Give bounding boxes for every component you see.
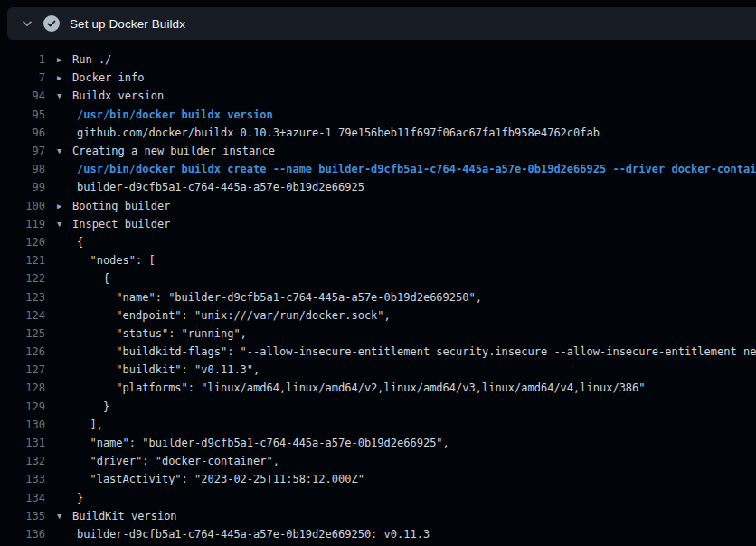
log-group-line[interactable]: 7▶Docker info [0,69,756,87]
line-number-link[interactable]: 1 [0,53,45,66]
group-collapsed-icon[interactable]: ▶ [57,73,72,82]
group-title: Run ./ [72,53,111,66]
line-number-link[interactable]: 119 [0,218,45,231]
group-title: Booting builder [72,200,170,212]
log-line: 126 "buildkitd-flags": "--allow-insecure… [0,343,756,361]
group-title: Inspect builder [72,218,170,231]
line-number-link[interactable]: 127 [0,363,45,376]
group-expanded-icon[interactable]: ▼ [57,220,72,229]
step-header[interactable]: Set up Docker Buildx [7,7,756,40]
log-line: 96github.com/docker/buildx 0.10.3+azure-… [0,124,756,142]
line-number-link[interactable]: 100 [0,200,45,212]
group-title: Buildx version [72,89,164,102]
log-line: 99builder-d9cfb5a1-c764-445a-a57e-0b19d2… [0,178,756,196]
line-number-link[interactable]: 136 [0,528,45,541]
log-line: 131 "name": "builder-d9cfb5a1-c764-445a-… [0,434,756,452]
log-line: 129 } [0,398,756,416]
output-text: "driver": "docker-container", [72,455,279,467]
group-collapsed-icon[interactable]: ▶ [57,202,72,211]
group-collapsed-icon[interactable]: ▶ [57,55,72,64]
line-number-link[interactable]: 122 [0,272,45,285]
log-group-line[interactable]: 135▼BuildKit version [0,507,756,525]
log-group-line[interactable]: 100▶Booting builder [0,197,756,215]
output-text: { [72,236,83,249]
group-expanded-icon[interactable]: ▼ [57,146,72,155]
line-number-link[interactable]: 133 [0,473,45,485]
log-line: 98/usr/bin/docker buildx create --name b… [0,160,756,178]
group-title: Docker info [72,71,144,84]
line-number-link[interactable]: 7 [0,71,45,84]
log-line: 136builder-d9cfb5a1-c764-445a-a57e-0b19d… [0,525,756,543]
log-line: 120{ [0,233,756,251]
output-text: "lastActivity": "2023-02-25T11:58:12.000… [72,473,364,485]
output-text: "buildkitd-flags": "--allow-insecure-ent… [72,345,756,358]
line-number-link[interactable]: 123 [0,291,45,304]
command-text: /usr/bin/docker buildx create --name bui… [72,163,756,175]
log-line: 133 "lastActivity": "2023-02-25T11:58:12… [0,470,756,488]
output-text: "status": "running", [72,327,247,340]
output-text: builder-d9cfb5a1-c764-445a-a57e-0b19d2e6… [72,528,430,541]
log-line: 122 { [0,269,756,287]
check-circle-icon [43,15,60,32]
output-text: "endpoint": "unix:///var/run/docker.sock… [72,309,391,322]
log-group-line[interactable]: 94▼Buildx version [0,87,756,105]
line-number-link[interactable]: 129 [0,400,45,413]
log-viewer: 1▶Run ./7▶Docker info94▼Buildx version95… [0,51,756,543]
line-number-link[interactable]: 124 [0,309,45,322]
log-line: 125 "status": "running", [0,325,756,343]
log-line: 130 ], [0,416,756,434]
log-line: 124 "endpoint": "unix:///var/run/docker.… [0,306,756,325]
log-line: 128 "platforms": "linux/amd64,linux/amd6… [0,379,756,397]
output-text: github.com/docker/buildx 0.10.3+azure-1 … [72,127,600,139]
log-group-line[interactable]: 119▼Inspect builder [0,215,756,233]
log-line: 95/usr/bin/docker buildx version [0,106,756,124]
line-number-link[interactable]: 99 [0,181,45,193]
log-line: 134} [0,489,756,507]
log-line: 121 "nodes": [ [0,251,756,269]
group-expanded-icon[interactable]: ▼ [57,512,72,521]
line-number-link[interactable]: 98 [0,163,45,175]
output-text: ], [72,419,103,431]
group-expanded-icon[interactable]: ▼ [57,91,72,100]
log-group-line[interactable]: 1▶Run ./ [0,51,756,69]
line-number-link[interactable]: 131 [0,437,45,449]
line-number-link[interactable]: 130 [0,419,45,431]
log-group-line[interactable]: 97▼Creating a new builder instance [0,142,756,160]
line-number-link[interactable]: 135 [0,510,45,522]
line-number-link[interactable]: 134 [0,492,45,504]
group-title: Creating a new builder instance [72,145,275,157]
line-number-link[interactable]: 95 [0,108,45,121]
line-number-link[interactable]: 96 [0,127,45,139]
line-number-link[interactable]: 94 [0,89,45,102]
output-text: "nodes": [ [72,254,156,267]
step-title: Set up Docker Buildx [70,17,185,31]
line-number-link[interactable]: 121 [0,254,45,267]
command-text: /usr/bin/docker buildx version [72,108,273,121]
output-text: } [72,492,83,504]
line-number-link[interactable]: 132 [0,455,45,467]
output-text: { [72,272,109,285]
line-number-link[interactable]: 128 [0,381,45,394]
log-line: 127 "buildkit": "v0.11.3", [0,361,756,379]
line-number-link[interactable]: 125 [0,327,45,340]
line-number-link[interactable]: 126 [0,345,45,358]
chevron-down-icon[interactable] [20,16,34,31]
output-text: builder-d9cfb5a1-c764-445a-a57e-0b19d2e6… [72,181,364,193]
output-text: "name": "builder-d9cfb5a1-c764-445a-a57e… [72,437,449,449]
output-text: "platforms": "linux/amd64,linux/amd64/v2… [72,381,646,394]
output-text: "name": "builder-d9cfb5a1-c764-445a-a57e… [72,291,482,304]
line-number-link[interactable]: 120 [0,236,45,249]
output-text: } [72,400,109,413]
output-text: "buildkit": "v0.11.3", [72,363,260,376]
log-line: 123 "name": "builder-d9cfb5a1-c764-445a-… [0,287,756,306]
log-line: 132 "driver": "docker-container", [0,452,756,470]
group-title: BuildKit version [72,510,177,522]
line-number-link[interactable]: 97 [0,145,45,157]
